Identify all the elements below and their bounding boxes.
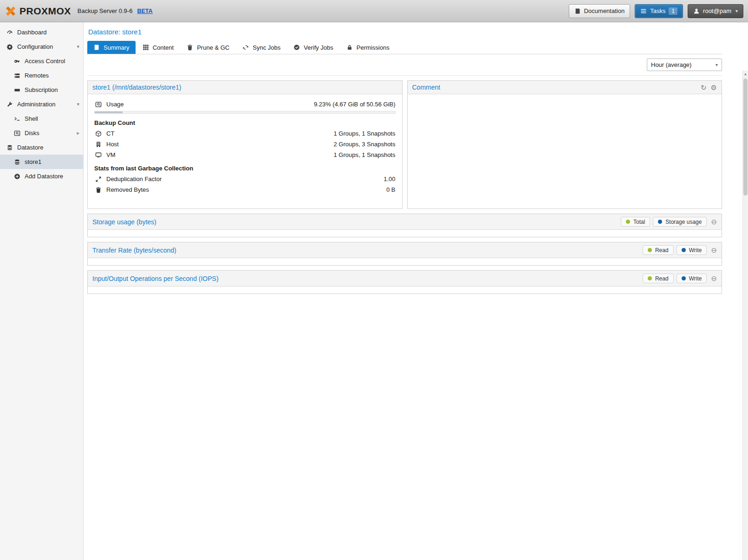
beta-link[interactable]: BETA <box>137 8 152 14</box>
row-value: 1.00 <box>384 176 395 182</box>
chevron-down-icon: ▾ <box>735 8 738 13</box>
check-circle-icon <box>293 44 300 51</box>
sidebar-item-dashboard[interactable]: Dashboard <box>0 25 83 39</box>
cube-icon <box>94 130 102 137</box>
row-label: Host <box>106 141 119 148</box>
datastore-summary-body: Usage 9.23% (4.67 GiB of 50.56 GiB) Back… <box>88 94 402 208</box>
usage-value: 9.23% (4.67 GiB of 50.56 GiB) <box>314 101 396 108</box>
chart-title: Input/Output Operations per Second (IOPS… <box>92 275 219 282</box>
list-icon <box>640 8 647 14</box>
sidebar-item-label: Configuration <box>17 43 53 50</box>
sidebar-item-label: Disks <box>25 130 39 137</box>
collapse-panel-icon[interactable]: ⊖ <box>711 218 717 225</box>
building-icon <box>94 141 102 148</box>
collapse-panel-icon[interactable]: ⊖ <box>711 275 717 282</box>
legend-label: Read <box>655 247 669 254</box>
tab-label: Content <box>153 44 174 51</box>
documentation-button[interactable]: Documentation <box>569 4 630 18</box>
backup-count-rows: CT1 Groups, 1 SnapshotsHost2 Groups, 3 S… <box>94 128 396 160</box>
tab-prune-gc[interactable]: Prune & GC <box>181 41 235 54</box>
sync-icon <box>242 44 249 51</box>
backup-count-heading: Backup Count <box>94 115 396 128</box>
wrench-icon <box>6 101 13 108</box>
time-range-value: Hour (average) <box>651 61 691 68</box>
tasks-button[interactable]: Tasks 1 <box>635 4 683 18</box>
tab-summary[interactable]: Summary <box>87 41 136 54</box>
sidebar-item-administration[interactable]: Administration▾ <box>0 97 83 111</box>
row-label: Removed Bytes <box>106 186 149 193</box>
collapse-panel-icon[interactable]: ⊖ <box>711 247 717 254</box>
book-icon <box>574 8 581 14</box>
sidebar-item-datastore[interactable]: Datastore <box>0 140 83 155</box>
row-label: CT <box>106 130 114 137</box>
sidebar-item-label: Shell <box>25 115 38 122</box>
server-icon <box>13 72 21 79</box>
lock-icon <box>346 44 353 51</box>
main-layout: DashboardConfiguration▾Access ControlRem… <box>0 22 748 560</box>
transfer-rate-chart: 0500 k1 M1.5 M2 M2020-11-0611:01:002020-… <box>88 258 722 265</box>
sidebar-item-disks[interactable]: Disks▸ <box>0 126 83 140</box>
vertical-scrollbar[interactable]: ▲ <box>742 71 748 560</box>
refresh-icon[interactable]: ↻ <box>701 84 707 91</box>
sidebar-item-label: Administration <box>17 101 55 108</box>
gauge-icon <box>6 29 13 36</box>
tab-content[interactable]: Content <box>137 41 180 54</box>
toolbar: Hour (average) ▾ <box>87 54 722 76</box>
terminal-icon <box>13 116 21 122</box>
chevron-down-icon: ▾ <box>715 62 718 67</box>
content-area: Datastore: store1 SummaryContentPrune & … <box>84 22 748 560</box>
chevron-down-icon: ▾ <box>77 101 79 107</box>
user-menu-button[interactable]: root@pam ▾ <box>688 4 743 18</box>
iops-chart-panel: Input/Output Operations per Second (IOPS… <box>87 270 722 294</box>
sidebar-item-configuration[interactable]: Configuration▾ <box>0 39 83 54</box>
panel-title: Comment <box>412 84 441 91</box>
book-icon <box>93 44 100 51</box>
time-range-select[interactable]: Hour (average) ▾ <box>647 59 722 71</box>
chart-title: Transfer Rate (bytes/second) <box>92 247 176 254</box>
legend-toggle-read[interactable]: Read <box>643 273 674 283</box>
usage-progress-fill <box>95 111 123 113</box>
row-value: 1 Groups, 1 Snapshots <box>334 151 396 158</box>
sidebar-item-remotes[interactable]: Remotes <box>0 68 83 83</box>
panel-header: Transfer Rate (bytes/second) ReadWrite ⊖ <box>88 242 722 258</box>
sidebar-item-shell[interactable]: Shell <box>0 111 83 126</box>
tab-label: Verify Jobs <box>304 44 333 51</box>
sidebar-item-store1[interactable]: store1 <box>0 155 83 169</box>
row-value: 1 Groups, 1 Snapshots <box>334 130 396 137</box>
legend-color-dot <box>648 248 652 252</box>
gear-icon <box>6 44 13 50</box>
sidebar-item-label: Dashboard <box>17 29 47 36</box>
iops-chart: 01020304050602020-11-0611:01:002020-11-0… <box>88 287 722 293</box>
comment-panel: Comment ↻ ⚙ <box>407 80 722 209</box>
scroll-up-button[interactable]: ▲ <box>743 71 748 77</box>
sidebar-item-subscription[interactable]: Subscription <box>0 83 83 97</box>
tab-verify-jobs[interactable]: Verify Jobs <box>287 41 339 54</box>
gear-icon[interactable]: ⚙ <box>711 84 717 91</box>
legend-toggle-write[interactable]: Write <box>676 245 707 255</box>
tab-sync-jobs[interactable]: Sync Jobs <box>236 41 286 54</box>
comment-content[interactable] <box>408 94 722 208</box>
legend-toggle-total[interactable]: Total <box>621 217 650 227</box>
scrollbar-thumb[interactable] <box>743 78 748 195</box>
panel-title: store1 (/mnt/datastores/store1) <box>92 84 181 91</box>
sidebar-item-label: Access Control <box>25 58 65 65</box>
product-version: Backup Server 0.9-6 <box>78 7 133 14</box>
summary-row: store1 (/mnt/datastores/store1) Usage 9.… <box>87 80 722 209</box>
storage-usage-chart-panel: Storage usage (bytes) TotalStorage usage… <box>87 214 722 237</box>
panel-header: Comment ↻ ⚙ <box>408 81 722 94</box>
brand-name: PROXMOX <box>20 6 71 17</box>
sidebar-item-label: Remotes <box>25 72 49 79</box>
tab-permissions[interactable]: Permissions <box>340 41 396 54</box>
legend-toggle-read[interactable]: Read <box>643 245 674 255</box>
legend-toggle-storage-usage[interactable]: Storage usage <box>653 217 707 227</box>
sidebar-item-add-datastore[interactable]: Add Datastore <box>0 169 83 183</box>
sidebar-item-access-control[interactable]: Access Control <box>0 54 83 68</box>
legend-toggle-write[interactable]: Write <box>676 273 707 283</box>
hdd-icon <box>94 101 102 108</box>
trash-icon <box>187 44 193 51</box>
legend-color-dot <box>658 220 662 224</box>
legend-label: Storage usage <box>665 219 702 225</box>
tab-label: Permissions <box>357 44 390 51</box>
panel-header: store1 (/mnt/datastores/store1) <box>88 81 402 94</box>
tab-label: Sync Jobs <box>253 44 280 51</box>
